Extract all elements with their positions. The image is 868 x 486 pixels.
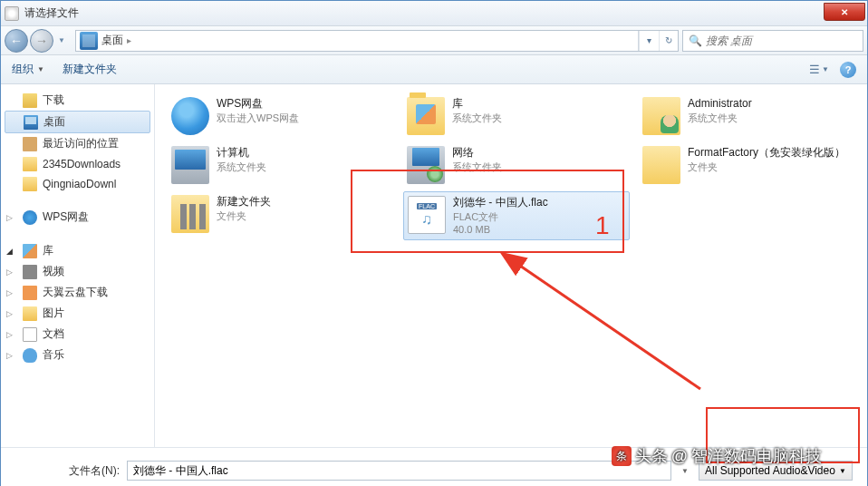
filename-label: 文件名(N):: [15, 463, 120, 479]
sidebar-item-qingniao[interactable]: QingniaoDownl: [1, 174, 154, 194]
organize-menu[interactable]: 组织▼: [12, 62, 44, 77]
sidebar-item-video[interactable]: ▷视频: [1, 261, 154, 282]
wps-icon: [23, 210, 37, 225]
file-item-formatfactory[interactable]: FormatFactory（免安装绿化版）文件夹: [639, 142, 865, 188]
dropdown-icon: ▼: [839, 467, 846, 475]
document-icon: [23, 327, 37, 342]
sidebar-item-music[interactable]: ▷音乐: [1, 345, 154, 365]
back-button[interactable]: ←: [5, 29, 28, 53]
library-folder-icon: [407, 97, 445, 135]
app-icon: [5, 6, 19, 21]
nav-buttons: ← → ▼: [5, 29, 68, 53]
breadcrumb-arrow-icon[interactable]: ▸: [127, 35, 131, 45]
sidebar-item-libraries[interactable]: ◢库: [1, 240, 154, 261]
forward-button[interactable]: →: [30, 29, 53, 53]
address-dropdown-icon[interactable]: ▾: [639, 31, 659, 51]
expand-icon[interactable]: ▷: [5, 267, 14, 277]
folder-icon: [23, 157, 37, 171]
file-dialog-window: 请选择文件 ✕ ← → ▼ 桌面 ▸ ▾ ↻ 🔍 组织▼ 新建文件夹 ☰ ▼: [0, 0, 868, 486]
sidebar-item-tianyi[interactable]: ▷天翼云盘下载: [1, 282, 154, 303]
toolbar: 组织▼ 新建文件夹 ☰ ▼ ?: [1, 55, 867, 84]
file-item-wps[interactable]: WPS网盘双击进入WPS网盘: [168, 93, 394, 139]
network-icon: [407, 146, 445, 184]
address-text: 桌面: [101, 33, 123, 48]
sidebar-item-recent[interactable]: 最近访问的位置: [1, 133, 154, 154]
navbar: ← → ▼ 桌面 ▸ ▾ ↻ 🔍: [1, 26, 867, 55]
filename-input[interactable]: [127, 461, 671, 481]
search-box[interactable]: 🔍: [682, 30, 863, 52]
downloads-icon: [23, 93, 37, 108]
folder-icon: [171, 195, 209, 233]
desktop-icon: [24, 115, 38, 130]
watermark: 条 头条 @ 智洋数码电脑科技: [612, 445, 822, 467]
titlebar: 请选择文件 ✕: [1, 1, 867, 26]
expand-icon[interactable]: ▷: [5, 309, 14, 318]
flac-file-icon: FLAC♫: [408, 196, 446, 234]
sidebar: 下载 桌面 最近访问的位置 2345Downloads QingniaoDown…: [1, 84, 155, 447]
file-item-admin[interactable]: Administrator系统文件夹: [639, 93, 865, 139]
expand-icon[interactable]: ▷: [5, 213, 14, 222]
file-list: WPS网盘双击进入WPS网盘 库系统文件夹 Administrator系统文件夹…: [155, 84, 867, 447]
expand-icon[interactable]: ▷: [5, 330, 14, 339]
sidebar-item-desktop[interactable]: 桌面: [5, 111, 150, 133]
library-icon: [23, 244, 37, 258]
refresh-icon[interactable]: ↻: [659, 31, 679, 51]
window-title: 请选择文件: [24, 5, 79, 21]
folder-icon: [23, 177, 37, 191]
file-item-libraries[interactable]: 库系统文件夹: [403, 93, 630, 139]
view-mode-button[interactable]: ☰ ▼: [809, 63, 829, 76]
sidebar-item-2345[interactable]: 2345Downloads: [1, 154, 154, 174]
computer-icon: [171, 146, 209, 184]
recent-icon: [23, 137, 37, 151]
close-button[interactable]: ✕: [824, 3, 865, 21]
music-icon: [23, 348, 37, 363]
sidebar-item-docs[interactable]: ▷文档: [1, 324, 154, 345]
folder-icon: [642, 146, 680, 184]
desktop-icon: [80, 32, 98, 50]
file-item-computer[interactable]: 计算机系统文件夹: [168, 142, 394, 188]
new-folder-button[interactable]: 新建文件夹: [63, 62, 117, 77]
expand-icon[interactable]: ▷: [5, 288, 14, 297]
search-input[interactable]: [706, 34, 857, 47]
help-button[interactable]: ?: [840, 62, 856, 78]
nav-history-dropdown[interactable]: ▼: [55, 29, 68, 53]
cloud-icon: [23, 286, 37, 300]
search-icon: 🔍: [689, 34, 702, 47]
sidebar-item-wps[interactable]: ▷WPS网盘: [1, 207, 154, 228]
address-actions: ▾ ↻: [638, 31, 678, 51]
user-folder-icon: [642, 97, 680, 135]
address-bar[interactable]: 桌面 ▸ ▾ ↻: [75, 30, 679, 52]
sidebar-item-pictures[interactable]: ▷图片: [1, 303, 154, 324]
dropdown-icon: ▼: [37, 65, 44, 73]
expand-icon[interactable]: ▷: [5, 351, 14, 360]
annotation-number-1: 1: [595, 211, 610, 240]
filename-dropdown-icon[interactable]: ▼: [679, 467, 691, 475]
wps-cloud-icon: [171, 97, 209, 135]
file-item-newfolder[interactable]: 新建文件夹文件夹: [168, 191, 394, 240]
watermark-icon: 条: [612, 446, 632, 466]
sidebar-item-downloads[interactable]: 下载: [1, 90, 154, 111]
collapse-icon[interactable]: ◢: [5, 247, 14, 256]
pictures-icon: [23, 306, 37, 321]
file-item-network[interactable]: 网络系统文件夹: [403, 142, 630, 188]
content-area: 下载 桌面 最近访问的位置 2345Downloads QingniaoDown…: [1, 84, 867, 447]
video-icon: [23, 265, 37, 279]
